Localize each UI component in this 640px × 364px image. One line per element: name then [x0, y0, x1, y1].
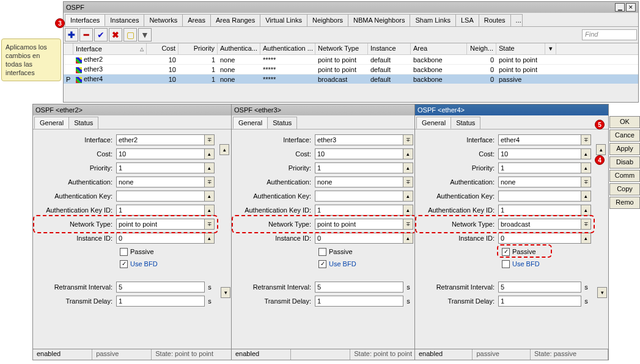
col-interface[interactable]: Interface△ — [73, 43, 147, 54]
akid-input[interactable]: 1 — [498, 205, 581, 216]
akey-expand-icon[interactable]: ▴ — [403, 191, 413, 202]
iid-expand-icon[interactable]: ▴ — [581, 233, 591, 244]
auth-dropdown-icon[interactable]: ∓ — [403, 177, 413, 187]
bfd-checkbox-row[interactable]: Use BFD — [235, 258, 413, 269]
filter-button[interactable]: ▼ — [138, 28, 152, 42]
minimize-icon[interactable]: ▁ — [615, 3, 625, 12]
pri-input[interactable]: 1 — [315, 162, 403, 173]
iface-dropdown-icon[interactable]: ∓ — [581, 134, 591, 145]
tab-area-ranges[interactable]: Area Ranges — [210, 14, 260, 26]
col-authkey[interactable]: Authentication ... — [260, 43, 315, 54]
col-cost[interactable]: Cost — [147, 43, 178, 54]
ok-button[interactable]: OK — [609, 116, 640, 128]
akid-expand-icon[interactable]: ▴ — [403, 205, 413, 216]
col-area[interactable]: Area — [411, 43, 467, 54]
akid-input[interactable]: 1 — [116, 205, 205, 216]
passive-checkbox[interactable] — [318, 248, 326, 256]
iid-input[interactable]: 0 — [498, 233, 581, 244]
col-neigh[interactable]: Neigh... — [467, 43, 496, 54]
col-auth[interactable]: Authentica... — [218, 43, 260, 54]
cost-expand-icon[interactable]: ▴ — [581, 148, 591, 159]
iface-input[interactable]: ether3 — [315, 134, 403, 145]
dialog-titlebar[interactable]: OSPF <ether3> — [232, 104, 430, 115]
akey-input[interactable] — [315, 191, 403, 202]
cost-input[interactable]: 10 — [315, 148, 403, 159]
copy-button[interactable]: Copy — [609, 183, 640, 195]
iid-input[interactable]: 0 — [315, 233, 403, 244]
retx-input[interactable]: 5 — [315, 282, 403, 293]
disable-button[interactable]: Disab — [609, 156, 640, 169]
auth-input[interactable]: none — [498, 177, 581, 187]
tab-routes[interactable]: Routes — [479, 14, 511, 26]
tab-status[interactable]: Status — [68, 117, 98, 129]
akey-input[interactable] — [498, 191, 581, 202]
pri-expand-icon[interactable]: ▴ — [205, 162, 215, 173]
auth-input[interactable]: none — [315, 177, 403, 187]
col-state[interactable]: State — [496, 43, 545, 54]
ntype-input[interactable]: point to point — [315, 219, 403, 230]
disable-button[interactable]: ✖ — [109, 28, 122, 42]
tab-general[interactable]: General — [34, 117, 69, 129]
table-row[interactable]: ether3 10 1 none ***** point to point de… — [64, 65, 638, 75]
iface-input[interactable]: ether2 — [116, 134, 205, 145]
tab-more[interactable]: ... — [510, 14, 523, 26]
ntype-input[interactable]: broadcast — [498, 219, 581, 230]
iface-dropdown-icon[interactable]: ∓ — [205, 134, 215, 145]
dialog-titlebar[interactable]: OSPF <ether4> — [415, 104, 608, 115]
passive-checkbox[interactable] — [120, 248, 128, 256]
tab-areas[interactable]: Areas — [182, 14, 211, 26]
scroll-up-icon[interactable]: ▴ — [219, 144, 229, 155]
bfd-checkbox[interactable] — [120, 260, 128, 268]
dialog-titlebar[interactable]: OSPF <ether2> — [33, 104, 232, 115]
iface-dropdown-icon[interactable]: ∓ — [403, 134, 413, 145]
scroll-up-icon[interactable]: ▴ — [596, 144, 606, 155]
tdelay-input[interactable]: 1 — [315, 296, 403, 307]
retx-input[interactable]: 5 — [498, 282, 581, 293]
cost-input[interactable]: 10 — [116, 148, 205, 159]
passive-checkbox[interactable] — [502, 248, 510, 256]
tab-networks[interactable]: Networks — [144, 14, 183, 26]
bfd-checkbox[interactable] — [502, 260, 510, 268]
bfd-checkbox-row[interactable]: Use BFD — [37, 258, 215, 269]
tab-nbma[interactable]: NBMA Neighbors — [348, 14, 410, 26]
pri-input[interactable]: 1 — [498, 162, 581, 173]
ntype-dropdown-icon[interactable]: ∓ — [403, 219, 413, 230]
tab-status[interactable]: Status — [267, 117, 297, 129]
auth-input[interactable]: none — [116, 177, 205, 187]
cost-input[interactable]: 10 — [498, 148, 581, 159]
auth-dropdown-icon[interactable]: ∓ — [581, 177, 591, 187]
ospf-titlebar[interactable]: OSPF ▁ ✕ — [64, 2, 638, 13]
passive-checkbox-row[interactable]: Passive — [419, 246, 591, 257]
akid-expand-icon[interactable]: ▴ — [205, 205, 215, 216]
pri-expand-icon[interactable]: ▴ — [581, 162, 591, 173]
col-priority[interactable]: Priority — [178, 43, 218, 54]
iid-input[interactable]: 0 — [116, 233, 205, 244]
tab-general[interactable]: General — [416, 117, 451, 129]
tab-neighbors[interactable]: Neighbors — [307, 14, 348, 26]
tdelay-input[interactable]: 1 — [116, 296, 205, 307]
col-nettype[interactable]: Network Type — [315, 43, 368, 54]
passive-checkbox-row[interactable]: Passive — [235, 246, 413, 257]
tab-lsa[interactable]: LSA — [455, 14, 479, 26]
enable-button[interactable]: ✔ — [94, 28, 108, 42]
ntype-dropdown-icon[interactable]: ∓ — [581, 219, 591, 230]
bfd-checkbox[interactable] — [318, 260, 326, 268]
close-icon[interactable]: ✕ — [626, 3, 636, 12]
find-input[interactable]: Find — [582, 29, 637, 40]
comment-button[interactable]: ▢ — [123, 28, 137, 42]
iid-expand-icon[interactable]: ▴ — [205, 233, 215, 244]
add-button[interactable]: ✚ — [65, 28, 78, 42]
tdelay-input[interactable]: 1 — [498, 296, 581, 307]
auth-dropdown-icon[interactable]: ∓ — [205, 177, 215, 187]
tab-instances[interactable]: Instances — [105, 14, 144, 26]
retx-input[interactable]: 5 — [116, 282, 205, 293]
table-row[interactable]: P ether4 10 1 none ***** broadcast defau… — [64, 75, 638, 84]
tab-virtual-links[interactable]: Virtual Links — [260, 14, 307, 26]
apply-button[interactable]: Apply — [609, 143, 640, 155]
iface-input[interactable]: ether4 — [498, 134, 581, 145]
tab-general[interactable]: General — [233, 117, 268, 129]
passive-checkbox-row[interactable]: Passive — [37, 246, 215, 257]
remove-button[interactable]: Remo — [609, 197, 640, 209]
akey-expand-icon[interactable]: ▴ — [205, 191, 215, 202]
akid-input[interactable]: 1 — [315, 205, 403, 216]
